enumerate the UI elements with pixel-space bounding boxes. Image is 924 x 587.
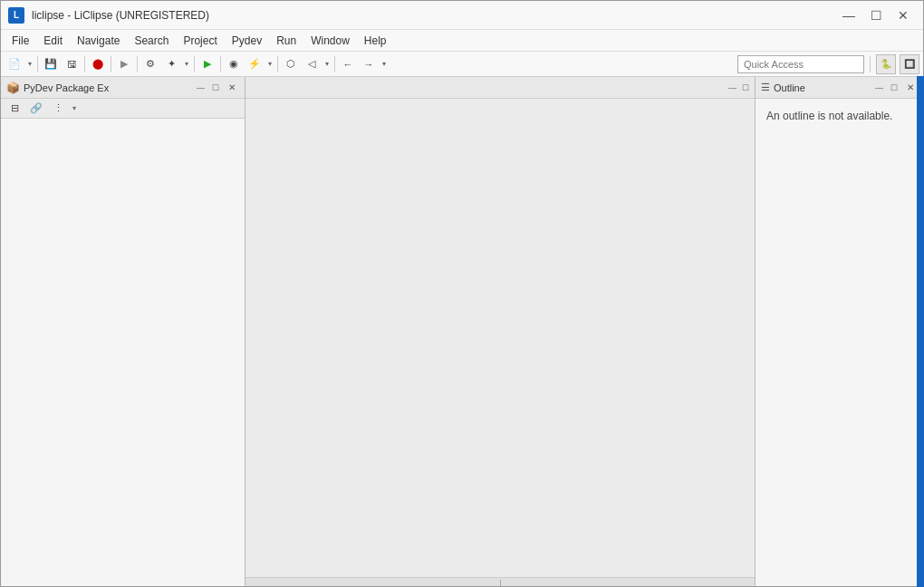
outline-min-btn[interactable]: — (873, 83, 885, 92)
left-panel-max-btn[interactable]: ☐ (210, 83, 221, 92)
menu-bar: File Edit Navigate Search Project Pydev … (1, 30, 923, 52)
left-panel-title: PyDev Package Ex (24, 82, 191, 93)
toolbar-sep-4 (137, 56, 138, 72)
toolbar-btn-b-drop[interactable]: ▾ (182, 54, 191, 74)
left-panel-close-btn[interactable]: ✕ (225, 81, 239, 95)
toolbar-nav-drop2[interactable]: ▾ (380, 54, 389, 74)
toolbar-btn-b[interactable]: ✦ (161, 54, 181, 74)
menu-help[interactable]: Help (357, 30, 394, 51)
toolbar-sep-7 (277, 56, 278, 72)
main-content: 📦 PyDev Package Ex — ☐ ✕ ⊟ 🔗 ⋮ ▾ — ☐ ☰ O… (1, 77, 923, 587)
status-divider (500, 580, 501, 587)
left-panel-toolbar: ⊟ 🔗 ⋮ ▾ (1, 99, 245, 119)
left-panel: 📦 PyDev Package Ex — ☐ ✕ ⊟ 🔗 ⋮ ▾ (1, 77, 245, 587)
perspective-btn2[interactable]: 🔲 (900, 54, 919, 74)
toolbar-sep-6 (220, 56, 221, 72)
toolbar-nav-drop1[interactable]: ▾ (322, 54, 332, 74)
toolbar-save-btn[interactable]: 💾 (41, 54, 61, 74)
quick-access-input[interactable] (737, 55, 864, 73)
toolbar-run-btn[interactable]: ▶ (197, 54, 217, 74)
maximize-button[interactable]: ☐ (863, 6, 889, 24)
left-panel-header: 📦 PyDev Package Ex — ☐ ✕ (1, 77, 245, 99)
menu-pydev[interactable]: Pydev (225, 30, 269, 51)
left-panel-body (1, 119, 245, 587)
minimize-button[interactable]: — (836, 6, 861, 24)
menu-window[interactable]: Window (303, 30, 357, 51)
right-scrollbar[interactable] (917, 76, 924, 587)
perspective-pydev-btn[interactable]: 🐍 (876, 54, 896, 74)
collapse-all-btn[interactable]: ⊟ (5, 99, 24, 119)
close-button[interactable]: ✕ (890, 6, 916, 24)
toolbar-nav-back[interactable]: ← (338, 54, 358, 74)
toolbar-sep-1 (37, 56, 38, 72)
link-editor-btn[interactable]: 🔗 (26, 99, 46, 119)
toolbar: 📄 ▾ 💾 🖫 ⬤ ▶ ⚙ ✦ ▾ ▶ ◉ ⚡ ▾ ⬡ ◁ ▾ ← → ▾ 🐍 … (1, 52, 923, 77)
panel-menu-dropdown[interactable]: ▾ (70, 99, 79, 119)
toolbar-btn-c[interactable]: ◉ (224, 54, 244, 74)
app-icon: L (8, 7, 24, 24)
left-panel-min-btn[interactable]: — (195, 83, 207, 92)
right-panel: ☰ Outline — ☐ ✕ An outline is not availa… (756, 77, 923, 587)
outline-body: An outline is not available. (756, 99, 923, 587)
toolbar-stop-btn[interactable]: ⬤ (88, 54, 108, 74)
title-bar: L liclipse - LiClipse (UNREGISTERED) — ☐… (1, 1, 923, 30)
center-panel: — ☐ (245, 77, 756, 587)
outline-panel-header: ☰ Outline — ☐ ✕ (756, 77, 923, 99)
toolbar-sep-5 (194, 56, 195, 72)
toolbar-nav-prev2[interactable]: ⬡ (281, 54, 301, 74)
toolbar-btn-d[interactable]: ⚡ (245, 54, 265, 74)
outline-max-btn[interactable]: ☐ (889, 83, 900, 92)
window-title: liclipse - LiClipse (UNREGISTERED) (32, 9, 836, 22)
toolbar-sep-3 (111, 56, 111, 72)
toolbar-new-dropdown[interactable]: ▾ (25, 54, 34, 74)
panel-menu-btn[interactable]: ⋮ (48, 99, 68, 119)
editor-body[interactable] (245, 99, 755, 577)
editor-statusbar (245, 577, 755, 587)
toolbar-btn-d-drop[interactable]: ▾ (265, 54, 274, 74)
toolbar-sep-qa (870, 56, 871, 72)
toolbar-sep-8 (334, 56, 335, 72)
menu-run[interactable]: Run (269, 30, 303, 51)
outline-message: An outline is not available. (766, 110, 892, 122)
outline-close-btn[interactable]: ✕ (903, 81, 918, 95)
menu-navigate[interactable]: Navigate (70, 30, 127, 51)
menu-edit[interactable]: Edit (36, 30, 70, 51)
toolbar-new-btn[interactable]: 📄 (5, 54, 24, 74)
toolbar-save-all-btn[interactable]: 🖫 (62, 54, 82, 74)
menu-project[interactable]: Project (176, 30, 224, 51)
toolbar-sep-2 (84, 56, 85, 72)
toolbar-nav-fwd[interactable]: → (359, 54, 379, 74)
toolbar-nav-prev3[interactable]: ◁ (302, 54, 322, 74)
quick-access-area: 🐍 🔲 (737, 54, 919, 74)
editor-min-btn[interactable]: — (727, 83, 738, 92)
window-controls: — ☐ ✕ (836, 6, 916, 24)
toolbar-debug-btn[interactable]: ▶ (114, 54, 134, 74)
menu-file[interactable]: File (5, 30, 36, 51)
toolbar-btn-a[interactable]: ⚙ (140, 54, 160, 74)
menu-search[interactable]: Search (127, 30, 176, 51)
outline-panel-title: Outline (774, 82, 870, 93)
editor-header: — ☐ (245, 77, 755, 99)
editor-max-btn[interactable]: ☐ (740, 83, 751, 92)
